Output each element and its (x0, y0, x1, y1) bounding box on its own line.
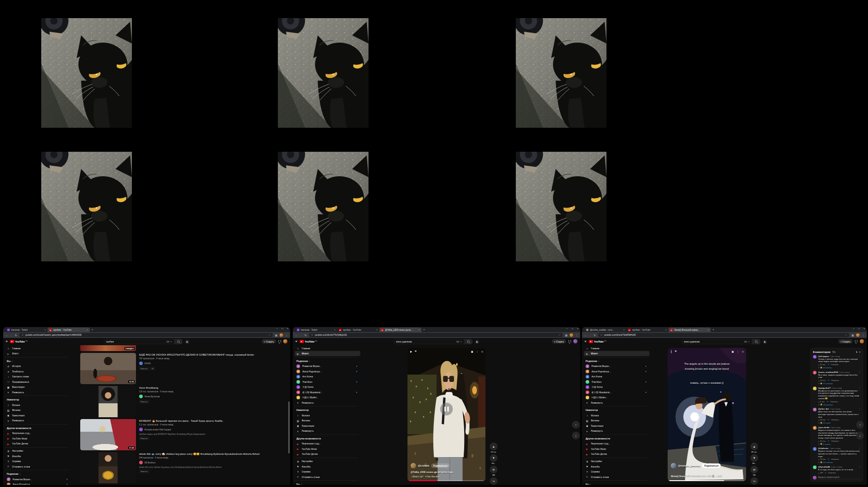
comments-button-icon[interactable]: ✉ (490, 466, 498, 473)
sidebar-subscription[interactable]: TThai Mom (295, 379, 360, 385)
extensions-icon[interactable]: ▦ (852, 333, 854, 337)
reload-icon[interactable]: ↻ (15, 333, 17, 337)
create-button[interactable]: +Создать (262, 339, 276, 344)
sidebar-item-shorts[interactable]: ▷Шортс (295, 351, 360, 357)
extensions-icon[interactable]: ▦ (275, 333, 277, 337)
comment-replies-toggle[interactable]: ∨26 ответов (818, 461, 861, 463)
notifications-icon[interactable] (568, 340, 571, 342)
youtube-logo[interactable]: ▶ YouTubeRU (589, 340, 606, 343)
tab-close-icon[interactable]: × (334, 329, 335, 331)
comment-reply-button[interactable]: Ответить (831, 458, 839, 461)
comment-menu-icon[interactable]: ⋮ (858, 447, 861, 449)
comment-dislike-button[interactable]: ▽ (827, 400, 828, 403)
comment-like-button[interactable]: △ 15 тыс. (818, 379, 826, 381)
sidebar-expand[interactable]: ∨Развернуть (295, 429, 360, 434)
sidebar-subscription[interactable]: AAlena Pogrebnya... (584, 369, 650, 374)
clear-search-icon[interactable]: × (748, 341, 750, 343)
browser-tab[interactable]: ▶Жена)) Большой сюрпр...× (669, 328, 711, 332)
dislike-button[interactable]: ▼Не... (751, 454, 758, 465)
browser-tab[interactable]: @polina_svadba - пото...× (584, 328, 626, 332)
sidebar-item[interactable]: ⚙Настройки (584, 459, 650, 464)
browser-tab[interactable]: ▶@Telka_2200 ооооо да вс...× (379, 328, 422, 332)
mic-button[interactable] (762, 339, 767, 344)
maximize-button[interactable]: □ (282, 328, 283, 330)
comments-button[interactable]: ✉781 (751, 466, 758, 476)
video-title[interactable]: whole fish 🐟 curry 🍛 chicken leg piece c… (139, 453, 290, 456)
search-button[interactable] (752, 339, 761, 344)
channel-avatar[interactable] (411, 463, 416, 468)
channel-row[interactable]: Истории жизни Vlad Сердюк (139, 428, 290, 431)
channel-name[interactable]: Элина Булатова (145, 395, 160, 397)
sidebar-item[interactable]: ▤Фильмы (584, 418, 650, 424)
remix-icon[interactable]: ◇ (481, 350, 483, 353)
pause-overlay[interactable] (440, 403, 453, 415)
tab-close-icon[interactable]: × (418, 329, 420, 331)
new-tab-button[interactable]: + (423, 328, 425, 332)
sidebar-item[interactable]: ◉Трансляции (295, 423, 360, 429)
comment-replies-toggle[interactable]: ∨17 ответов (818, 382, 861, 385)
site-info-icon[interactable]: ⓘ (22, 333, 24, 337)
mic-button[interactable] (184, 339, 189, 344)
video-progress-bar[interactable] (668, 480, 746, 481)
sidebar-item[interactable]: ?Справка (584, 469, 650, 475)
minimize-button[interactable]: ─ (276, 328, 277, 330)
forward-icon[interactable]: → (589, 334, 592, 337)
sidebar-subscription[interactable]: 버버들이 Myden... (295, 395, 360, 400)
url-bar[interactable]: ⓘ youtube.com/shorts/7Tw7pMg1xGk ☆ (309, 333, 563, 337)
like-button-icon[interactable]: ▲ (751, 443, 758, 450)
subscribe-button[interactable]: Подписаться (431, 463, 450, 468)
youtube-logo[interactable]: ▶ YouTubeRU (300, 340, 317, 343)
sidebar-item[interactable]: ▶Творческая студ... (295, 441, 360, 447)
sidebar-subscription[interactable]: 버버들이 Myden... (584, 395, 650, 400)
sidebar-item[interactable]: ▶YouTube Детям (584, 452, 650, 457)
new-tab-button[interactable]: + (713, 328, 714, 332)
previous-short-button[interactable]: ↑ (856, 421, 864, 429)
commenter-avatar[interactable]: A (813, 371, 817, 374)
browser-tab[interactable]: ▶мукбанг - YouTube× (337, 328, 379, 332)
comment-like-button[interactable]: △ 13 тыс. (818, 458, 826, 461)
search-input[interactable]: инна суджикова ⌨ × (681, 339, 752, 344)
sidebar-item[interactable]: ▶YouTube Music (295, 446, 360, 452)
browser-tab[interactable]: ▶мукбанг - YouTube× (48, 328, 90, 332)
sidebar-item[interactable]: ♡Понравившиеся (5, 379, 71, 385)
sidebar-item[interactable]: ▤Фильмы (295, 418, 360, 424)
comment-like-button[interactable]: △ 11 тыс. (818, 363, 826, 366)
comment-like-button[interactable]: △ 12 тыс. (818, 419, 826, 421)
extensions-icon[interactable]: ▦ (565, 333, 567, 337)
captions-icon[interactable]: ▣ (471, 350, 473, 353)
comment-reply-button[interactable]: Ответить (831, 419, 839, 421)
browser-profile-avatar[interactable] (856, 333, 860, 337)
minimize-button[interactable]: ─ (566, 328, 567, 330)
comment-author[interactable]: @polgusha77 (818, 386, 831, 389)
comment-menu-icon[interactable]: ⋮ (858, 466, 861, 468)
comment-like-button[interactable]: △ 187 (818, 472, 823, 474)
channel-name[interactable]: Истории жизни Vlad Сердюк (145, 428, 171, 430)
channel-name[interactable]: КУКЛА (145, 362, 151, 364)
partial-thumbnail[interactable]: 4 ВИДЕО (80, 345, 136, 351)
comment-author[interactable]: @vladsster (818, 447, 829, 449)
sidebar-item[interactable]: ?Справка (295, 469, 360, 475)
sidebar-subscription[interactable]: AAlena Pogrebnya... (295, 369, 360, 374)
channel-row[interactable]: КУКЛА (139, 362, 290, 365)
video-thumbnail[interactable] (80, 386, 136, 417)
shorts-player[interactable]: ▶ ▣ ⋮ ◇ @Lisheeb Подписаться @Telka_2200… (407, 348, 485, 481)
comment-reply-button[interactable]: Ответить (831, 379, 839, 381)
channel-handle[interactable]: @полина_джикова (678, 464, 700, 467)
sidebar-item[interactable]: ▶YouTube Music (584, 446, 650, 452)
comment-author[interactable]: @anna_muzikant2016 (818, 371, 838, 373)
video-title[interactable]: Asmr #mukbang (139, 386, 290, 390)
video-thumbnail[interactable]: 17:49 (80, 419, 136, 450)
sort-comments-icon[interactable]: ⇅ (856, 351, 858, 353)
sidebar-item[interactable]: ⚙Настройки (295, 459, 360, 464)
sidebar-item[interactable]: ⚐Отправить отзыв (584, 474, 650, 480)
search-result-row[interactable]: whole fish 🐟 curry 🍛 chicken leg piece c… (80, 452, 290, 483)
sidebar-item[interactable]: ▣Ваши видео (5, 385, 71, 390)
search-result-row[interactable]: 13:06ЕЩЁ РАЗ ОБ УКОЛАХ КРАСОТЫ/ЧТО ДЕЛАЮ… (80, 353, 290, 384)
browser-menu-icon[interactable]: ⋮ (286, 333, 288, 337)
clear-search-icon[interactable]: × (171, 341, 172, 343)
pause-icon[interactable]: ║ (670, 350, 672, 353)
notifications-icon[interactable] (855, 340, 858, 342)
site-info-icon[interactable]: ⓘ (601, 333, 603, 337)
sidebar-subscription[interactable]: AAnn Korea (584, 374, 650, 380)
player-menu-icon[interactable]: ⋮ (476, 350, 479, 353)
